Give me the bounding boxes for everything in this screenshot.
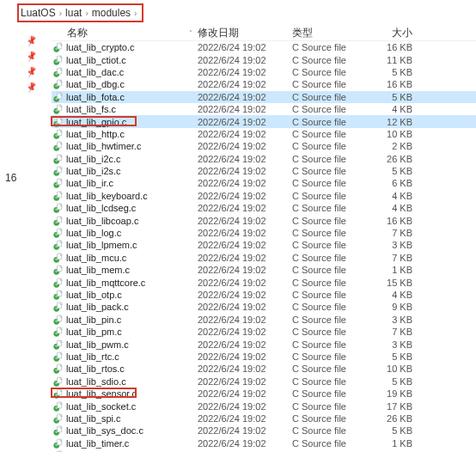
file-row[interactable]: luat_lib_otp.c2022/6/24 19:02C Source fi… bbox=[52, 289, 476, 301]
file-name-cell[interactable]: luat_lib_sys_doc.c bbox=[52, 425, 198, 436]
file-name-cell[interactable]: luat_lib_libcoap.c bbox=[52, 216, 198, 226]
file-name-cell[interactable]: luat_lib_socket.c bbox=[52, 401, 198, 412]
column-header-name[interactable]: 名称 ˄ bbox=[52, 26, 198, 40]
file-name-cell[interactable]: luat_lib_ctiot.c bbox=[52, 55, 198, 65]
file-name-cell[interactable]: luat_lib_mcu.c bbox=[52, 253, 198, 263]
file-type-cell: C Source file bbox=[292, 117, 369, 127]
file-name-label: luat_lib_rtos.c bbox=[66, 363, 125, 374]
file-name-cell[interactable]: luat_lib_pack.c bbox=[52, 302, 198, 312]
file-name-cell[interactable]: luat_lib_mqttcore.c bbox=[52, 278, 198, 288]
file-type-cell: C Source file bbox=[292, 67, 369, 77]
chevron-right-icon: › bbox=[134, 9, 137, 18]
file-name-cell[interactable]: luat_lib_sdio.c bbox=[52, 376, 198, 387]
c-file-icon bbox=[53, 413, 64, 424]
file-size-cell: 26 KB bbox=[369, 413, 421, 424]
breadcrumb-part-modules[interactable]: modules bbox=[92, 7, 131, 19]
file-row[interactable]: luat_lib_rtc.c2022/6/24 19:02C Source fi… bbox=[52, 351, 476, 363]
file-type-cell: C Source file bbox=[292, 154, 369, 164]
file-row[interactable]: luat_lib_fota.c2022/6/24 19:02C Source f… bbox=[52, 91, 476, 103]
column-header-size[interactable]: 大小 bbox=[369, 26, 421, 40]
file-name-label: luat_lib_dac.c bbox=[66, 67, 124, 77]
breadcrumb[interactable]: LuatOS › luat › modules › bbox=[21, 7, 137, 19]
file-date-cell: 2022/6/24 19:02 bbox=[198, 67, 292, 77]
file-type-cell: C Source file bbox=[292, 425, 369, 436]
file-name-cell[interactable]: luat_lib_crypto.c bbox=[52, 42, 198, 52]
file-name-cell[interactable]: luat_lib_timer.c bbox=[52, 438, 198, 449]
column-header-date[interactable]: 修改日期 bbox=[198, 26, 292, 40]
file-name-cell[interactable]: luat_lib_pm.c bbox=[52, 327, 198, 337]
file-row[interactable]: luat_lib_dbg.c2022/6/24 19:02C Source fi… bbox=[52, 78, 476, 90]
file-name-cell[interactable]: luat_lib_otp.c bbox=[52, 290, 198, 300]
file-row[interactable]: luat_lib_libcoap.c2022/6/24 19:02C Sourc… bbox=[52, 214, 476, 226]
file-date-cell: 2022/6/24 19:02 bbox=[198, 191, 292, 201]
chevron-right-icon: › bbox=[59, 9, 62, 18]
file-row[interactable]: luat_lib_sensor.c2022/6/24 19:02C Source… bbox=[52, 388, 476, 400]
file-row[interactable]: luat_lib_http.c2022/6/24 19:02C Source f… bbox=[52, 128, 476, 140]
file-row[interactable]: luat_lib_mem.c2022/6/24 19:02C Source fi… bbox=[52, 264, 476, 276]
breadcrumb-part-luat[interactable]: luat bbox=[65, 7, 82, 19]
file-row[interactable]: luat_lib_mqttcore.c2022/6/24 19:02C Sour… bbox=[52, 276, 476, 288]
file-name-cell[interactable]: luat_lib_lcdseg.c bbox=[52, 203, 198, 213]
column-header-type[interactable]: 类型 bbox=[292, 26, 369, 40]
file-name-cell[interactable]: luat_lib_dbg.c bbox=[52, 79, 198, 89]
file-row[interactable]: luat_lib_crypto.c2022/6/24 19:02C Source… bbox=[52, 41, 476, 53]
file-name-cell[interactable]: luat_lib_hwtimer.c bbox=[52, 141, 198, 151]
c-file-icon bbox=[53, 315, 64, 325]
file-name-label: luat_lib_otp.c bbox=[66, 290, 122, 300]
file-name-cell[interactable]: luat_lib_spi.c bbox=[52, 413, 198, 424]
file-row[interactable]: luat_lib_fs.c2022/6/24 19:02C Source fil… bbox=[52, 103, 476, 115]
c-file-icon bbox=[53, 55, 64, 65]
file-row[interactable]: luat_lib_timer.c2022/6/24 19:02C Source … bbox=[52, 437, 476, 449]
file-name-cell[interactable]: luat_lib_lpmem.c bbox=[52, 240, 198, 250]
file-row[interactable]: luat_lib_sdio.c2022/6/24 19:02C Source f… bbox=[52, 376, 476, 388]
file-name-cell[interactable]: luat_lib_dac.c bbox=[52, 67, 198, 77]
breadcrumb-part-root[interactable]: LuatOS bbox=[21, 7, 56, 19]
file-date-cell: 2022/6/24 19:02 bbox=[198, 315, 292, 325]
file-name-cell[interactable]: luat_lib_fs.c bbox=[52, 104, 198, 114]
file-row[interactable]: luat_lib_pin.c2022/6/24 19:02C Source fi… bbox=[52, 314, 476, 326]
file-row[interactable]: luat_lib_pack.c2022/6/24 19:02C Source f… bbox=[52, 301, 476, 313]
file-name-cell[interactable]: luat_lib_mem.c bbox=[52, 265, 198, 275]
file-name-cell[interactable]: luat_lib_i2c.c bbox=[52, 154, 198, 164]
file-name-cell[interactable]: luat_lib_http.c bbox=[52, 129, 198, 139]
file-row[interactable]: luat_lib_ctiot.c2022/6/24 19:02C Source … bbox=[52, 53, 476, 65]
file-row[interactable]: luat_lib_pwm.c2022/6/24 19:02C Source fi… bbox=[52, 338, 476, 350]
file-name-cell[interactable]: luat_lib_sensor.c bbox=[52, 388, 198, 399]
file-name-cell[interactable]: luat_lib_pin.c bbox=[52, 315, 198, 325]
c-file-icon bbox=[53, 141, 64, 151]
file-name-cell[interactable]: luat_lib_rtos.c bbox=[52, 363, 198, 374]
file-row[interactable]: luat_lib_gpio.c2022/6/24 19:02C Source f… bbox=[52, 115, 476, 127]
file-row[interactable]: luat_lib_lcdseg.c2022/6/24 19:02C Source… bbox=[52, 202, 476, 214]
file-row[interactable]: luat_lib_pm.c2022/6/24 19:02C Source fil… bbox=[52, 326, 476, 338]
file-name-cell[interactable]: luat_lib_ir.c bbox=[52, 178, 198, 188]
file-name-cell[interactable]: luat_lib_gpio.c bbox=[52, 117, 198, 127]
file-date-cell: 2022/6/24 19:02 bbox=[198, 228, 292, 238]
file-name-label: luat_lib_pin.c bbox=[66, 315, 121, 325]
file-row[interactable]: luat_lib_dac.c2022/6/24 19:02C Source fi… bbox=[52, 66, 476, 78]
c-file-icon bbox=[53, 104, 64, 114]
file-row[interactable]: luat_lib_rtos.c2022/6/24 19:02C Source f… bbox=[52, 363, 476, 375]
file-row[interactable]: luat_lib_ir.c2022/6/24 19:02C Source fil… bbox=[52, 177, 476, 189]
file-row[interactable]: luat_lib_lpmem.c2022/6/24 19:02C Source … bbox=[52, 239, 476, 251]
file-row[interactable]: luat_lib_log.c2022/6/24 19:02C Source fi… bbox=[52, 227, 476, 239]
file-row[interactable]: luat_lib_keyboard.c2022/6/24 19:02C Sour… bbox=[52, 190, 476, 202]
file-row[interactable]: luat_lib_socket.c2022/6/24 19:02C Source… bbox=[52, 400, 476, 412]
file-name-label: luat_lib_keyboard.c bbox=[66, 191, 148, 201]
file-row[interactable]: luat_lib_spi.c2022/6/24 19:02C Source fi… bbox=[52, 412, 476, 425]
c-file-icon bbox=[53, 216, 64, 226]
file-type-cell: C Source file bbox=[292, 166, 369, 176]
file-name-cell[interactable]: luat_lib_fota.c bbox=[52, 92, 198, 102]
file-row[interactable]: luat_lib_hwtimer.c2022/6/24 19:02C Sourc… bbox=[52, 140, 476, 152]
file-name-cell[interactable]: luat_lib_keyboard.c bbox=[52, 191, 198, 201]
file-row[interactable]: luat_lib_i2c.c2022/6/24 19:02C Source fi… bbox=[52, 153, 476, 165]
file-name-cell[interactable]: luat_lib_i2s.c bbox=[52, 166, 198, 176]
nav-recent-count[interactable]: 16 bbox=[5, 172, 16, 184]
file-row[interactable]: luat_lib_mcu.c2022/6/24 19:02C Source fi… bbox=[52, 252, 476, 264]
file-name-cell[interactable]: luat_lib_pwm.c bbox=[52, 339, 198, 350]
svg-rect-65 bbox=[58, 439, 62, 445]
navigation-pane[interactable]: 📌 📌 📌 📌 16 bbox=[0, 26, 52, 438]
file-name-cell[interactable]: luat_lib_log.c bbox=[52, 228, 198, 238]
file-row[interactable]: luat_lib_sys_doc.c2022/6/24 19:02C Sourc… bbox=[52, 425, 476, 437]
file-row[interactable]: luat_lib_i2s.c2022/6/24 19:02C Source fi… bbox=[52, 165, 476, 177]
file-name-cell[interactable]: luat_lib_rtc.c bbox=[52, 351, 198, 362]
